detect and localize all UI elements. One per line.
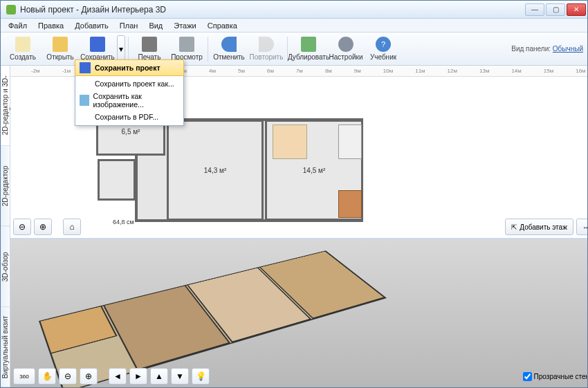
zoom-in-button[interactable]: ⊕ (34, 219, 52, 235)
show-dims-button[interactable]: ↔Показывать все размеры (576, 219, 587, 235)
add-floor-button[interactable]: ⇱Добавить этаж (505, 219, 573, 235)
create-button[interactable]: Создать (5, 34, 41, 64)
floor-plan[interactable]: 6,5 м² 14,3 м² 14,5 м² (135, 118, 363, 222)
tab-2d-3d[interactable]: 2D-редактор и 3D-обзор (1, 66, 10, 146)
gear-icon (338, 37, 353, 52)
stairs-icon: ⇱ (511, 223, 517, 231)
tab-2d-editor[interactable]: 2D-редактор (1, 146, 10, 226)
pan-button[interactable]: ✋ (38, 368, 56, 385)
rotate-right-button[interactable]: ► (129, 368, 147, 385)
save-pdf-item[interactable]: Сохранить в PDF... (75, 109, 183, 125)
rotate-left-button[interactable]: ◄ (109, 368, 127, 385)
menu-add[interactable]: Добавить (70, 20, 113, 31)
folder-open-icon (53, 37, 68, 52)
zoom-out-button[interactable]: ⊖ (13, 219, 31, 235)
furniture-bed2[interactable] (338, 124, 362, 159)
open-button[interactable]: Открыть (42, 34, 78, 64)
tab-virtual-visit[interactable]: Виртуальный визит (1, 307, 10, 387)
zoom-in-3d-button[interactable]: ⊕ (80, 368, 98, 385)
maximize-button[interactable]: ▢ (546, 3, 565, 16)
duplicate-icon (301, 37, 316, 52)
minimize-button[interactable]: — (525, 3, 544, 16)
floppy-icon (90, 37, 105, 52)
rotate-up-button[interactable]: ▲ (150, 368, 168, 385)
window-title: Новый проект - Дизайн Интерьера 3D (20, 5, 525, 15)
light-toggle-button[interactable]: 💡 (192, 368, 210, 385)
menu-floors[interactable]: Этажи (169, 20, 201, 31)
panel-mode-label: Вид панели: Обычный (511, 45, 583, 53)
view-tabs: 2D-редактор и 3D-обзор 2D-редактор 3D-об… (1, 66, 10, 387)
furniture-wardrobe[interactable] (338, 190, 362, 218)
save-project-item[interactable]: Сохранить проект (75, 59, 184, 76)
menu-view[interactable]: Вид (144, 20, 167, 31)
transparent-walls-checkbox[interactable]: Прозрачные стены (523, 372, 587, 381)
redo-icon (259, 37, 274, 52)
ruler-icon: ↔ (582, 223, 587, 231)
app-icon (6, 5, 16, 15)
panel-mode-link[interactable]: Обычный (553, 45, 583, 53)
duplicate-button[interactable]: Дублировать (291, 34, 327, 64)
magnifier-icon (179, 37, 194, 52)
save-project-as-item[interactable]: Сохранить проект как... (75, 75, 183, 92)
menu-file[interactable]: Файл (3, 20, 32, 31)
menu-edit[interactable]: Правка (33, 20, 68, 31)
3d-viewport[interactable]: 360 ✋ ⊖ ⊕ ◄ ► ▲ ▼ 💡 Прозрачные стены ■Ви… (10, 238, 587, 387)
menu-bar: Файл Правка Добавить План Вид Этажи Спра… (1, 19, 587, 33)
title-bar: Новый проект - Дизайн Интерьера 3D — ▢ ✕ (1, 1, 587, 19)
help-icon: ? (376, 37, 391, 52)
room-corner[interactable] (98, 159, 136, 201)
undo-button[interactable]: Отменить (211, 34, 247, 64)
menu-plan[interactable]: План (115, 20, 143, 31)
floppy-icon (80, 62, 91, 73)
close-button[interactable]: ✕ (567, 3, 586, 16)
room-mid[interactable]: 14,3 м² (167, 120, 264, 221)
furniture-bed[interactable] (273, 124, 307, 159)
save-image-item[interactable]: Сохранить как изображение... (75, 92, 183, 109)
image-icon (80, 95, 89, 106)
home-button[interactable]: ⌂ (63, 219, 81, 235)
tab-3d-view[interactable]: 3D-обзор (1, 227, 10, 307)
rotate-down-button[interactable]: ▼ (171, 368, 189, 385)
tutorial-button[interactable]: ?Учебник (365, 34, 401, 64)
new-file-icon (15, 37, 30, 52)
menu-help[interactable]: Справка (203, 20, 242, 31)
settings-button[interactable]: Настройки (328, 34, 364, 64)
redo-button[interactable]: Повторить (248, 34, 284, 64)
printer-icon (142, 37, 157, 52)
undo-icon (221, 37, 237, 52)
360-button[interactable]: 360 (13, 368, 35, 385)
save-dropdown-button[interactable]: ▾ (117, 35, 125, 63)
save-dropdown-menu: Сохранить проект Сохранить проект как...… (75, 59, 184, 126)
zoom-out-3d-button[interactable]: ⊖ (59, 368, 77, 385)
